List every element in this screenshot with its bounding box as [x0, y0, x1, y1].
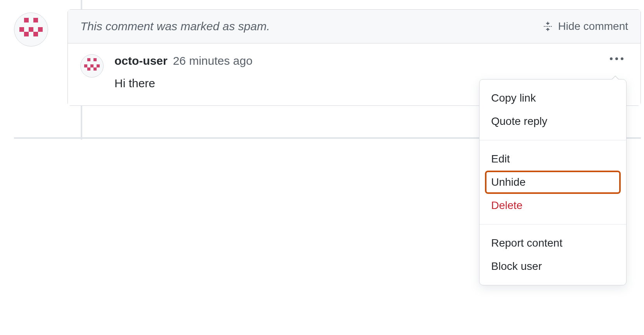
copy-link-item[interactable]: Copy link: [480, 86, 626, 110]
hide-comment-label: Hide comment: [558, 20, 628, 33]
identicon-icon: [19, 18, 43, 41]
hide-comment-button[interactable]: Hide comment: [542, 20, 628, 33]
identicon-icon: [84, 58, 99, 73]
report-content-item[interactable]: Report content: [480, 231, 626, 255]
quote-reply-item[interactable]: Quote reply: [480, 110, 626, 133]
author-avatar-large[interactable]: [14, 12, 48, 47]
dropdown-section-3: Report content Block user: [480, 224, 626, 285]
comment-container: This comment was marked as spam. Hide co…: [0, 0, 644, 106]
comment-card: This comment was marked as spam. Hide co…: [68, 9, 641, 106]
comment-meta: octo-user 26 minutes ago: [114, 54, 628, 67]
dropdown-section-1: Copy link Quote reply: [480, 79, 626, 140]
comment-body: octo-user 26 minutes ago Hi there Copy l…: [68, 43, 641, 105]
author-avatar-small[interactable]: [80, 54, 104, 78]
actions-dropdown: Copy link Quote reply Edit Unhide Delete…: [479, 79, 627, 285]
edit-item[interactable]: Edit: [480, 147, 626, 171]
username-link[interactable]: octo-user: [114, 54, 168, 67]
spam-notice-text: This comment was marked as spam.: [80, 20, 270, 33]
kebab-menu-button[interactable]: [607, 54, 627, 63]
dropdown-section-2: Edit Unhide Delete: [480, 140, 626, 224]
unhide-item[interactable]: Unhide: [485, 171, 621, 194]
spam-banner: This comment was marked as spam. Hide co…: [68, 10, 641, 43]
timestamp[interactable]: 26 minutes ago: [173, 54, 253, 67]
block-user-item[interactable]: Block user: [480, 255, 626, 278]
delete-item[interactable]: Delete: [480, 194, 626, 217]
kebab-icon: [610, 57, 623, 60]
fold-icon: [542, 21, 553, 32]
